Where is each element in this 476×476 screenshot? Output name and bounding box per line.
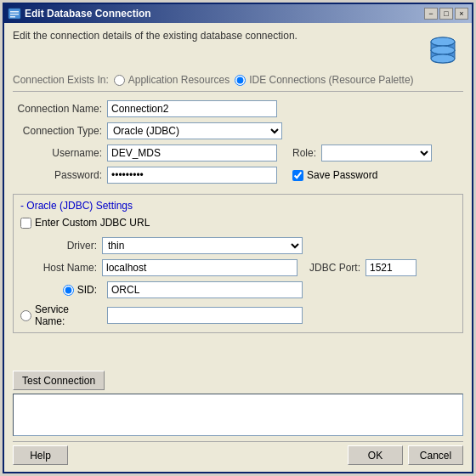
connection-name-row: Connection Name:: [13, 100, 463, 117]
maximize-button[interactable]: □: [439, 8, 453, 20]
host-row: Host Name: JDBC Port:: [20, 259, 456, 276]
connection-type-row: Connection Type: Oracle (JDBC): [13, 122, 463, 139]
window-body: Edit the connection details of the exist…: [4, 23, 472, 472]
username-row: Username: Role:: [13, 144, 463, 162]
oracle-jdbc-settings: - Oracle (JDBC) Settings Enter Custom JD…: [13, 194, 463, 333]
header-text: Edit the connection details of the exist…: [13, 30, 422, 48]
db-icon-container: [422, 30, 463, 71]
app-resources-radio[interactable]: [114, 75, 125, 86]
main-form: Connection Name: Connection Type: Oracle…: [13, 100, 463, 184]
edit-database-connection-dialog: Edit Database Connection − □ × Edit the …: [3, 3, 473, 473]
jdbc-port-group: JDBC Port:: [309, 259, 416, 276]
username-label: Username:: [13, 147, 102, 159]
custom-jdbc-row: Enter Custom JDBC URL: [20, 217, 456, 229]
dialog-title: Edit Database Connection: [25, 8, 151, 20]
title-bar-buttons: − □ ×: [424, 8, 468, 20]
database-icon: [426, 33, 460, 67]
custom-jdbc-label: Enter Custom JDBC URL: [35, 217, 150, 229]
password-row: Password: Save Password: [13, 167, 463, 184]
app-resources-label: Application Resources: [128, 74, 230, 86]
description-text: Edit the connection details of the exist…: [13, 30, 422, 42]
ok-button[interactable]: OK: [348, 445, 403, 465]
ide-connections-radio[interactable]: [235, 75, 246, 86]
service-name-radio[interactable]: [20, 310, 31, 321]
minimize-button[interactable]: −: [424, 8, 438, 20]
ok-cancel-group: OK Cancel: [348, 445, 463, 465]
cancel-button[interactable]: Cancel: [408, 445, 463, 465]
test-connection-area: Test Connection: [13, 371, 463, 390]
svg-point-7: [431, 54, 455, 63]
service-name-label: Service Name:: [35, 303, 97, 327]
role-label: Role:: [292, 147, 316, 159]
save-password-checkbox[interactable]: [292, 170, 303, 181]
svg-point-6: [431, 46, 455, 54]
connection-exists-label: Connection Exists In:: [13, 74, 109, 86]
svg-rect-1: [10, 11, 19, 13]
sid-radio[interactable]: [63, 285, 74, 296]
service-name-input[interactable]: [107, 307, 303, 324]
sid-input[interactable]: [107, 281, 303, 298]
close-button[interactable]: ×: [455, 8, 468, 20]
header-area: Edit the connection details of the exist…: [13, 30, 463, 71]
connection-type-select[interactable]: Oracle (JDBC): [107, 122, 282, 139]
svg-rect-3: [10, 16, 15, 18]
custom-jdbc-checkbox[interactable]: [20, 218, 31, 229]
app-resources-radio-group: Application Resources: [114, 74, 230, 86]
driver-row: Driver: thin: [20, 237, 456, 254]
jdbc-port-input[interactable]: [366, 259, 416, 276]
output-area: [13, 394, 463, 436]
sid-row: SID:: [20, 281, 456, 298]
role-select[interactable]: [321, 144, 432, 162]
service-name-row: Service Name:: [20, 303, 456, 327]
title-bar: Edit Database Connection − □ ×: [4, 4, 472, 23]
bottom-buttons: Help OK Cancel: [13, 441, 463, 465]
driver-select[interactable]: thin: [102, 237, 303, 254]
title-bar-left: Edit Database Connection: [8, 7, 151, 20]
ide-connections-label: IDE Connections (Resource Palette): [249, 74, 413, 86]
oracle-section-title: - Oracle (JDBC) Settings: [20, 200, 456, 212]
save-password-label: Save Password: [307, 169, 377, 181]
dialog-icon: [8, 7, 21, 20]
connection-name-label: Connection Name:: [13, 103, 102, 115]
connection-exists-row: Connection Exists In: Application Resour…: [13, 74, 463, 92]
test-connection-button[interactable]: Test Connection: [13, 371, 105, 390]
driver-label: Driver:: [20, 240, 97, 252]
help-button[interactable]: Help: [13, 445, 68, 465]
sid-label: SID:: [77, 284, 97, 296]
oracle-form: Enter Custom JDBC URL Driver: thin Host …: [20, 217, 456, 327]
password-label: Password:: [13, 169, 102, 181]
password-input[interactable]: [107, 167, 277, 184]
svg-rect-2: [10, 14, 19, 15]
connection-type-label: Connection Type:: [13, 125, 102, 137]
connection-name-input[interactable]: [107, 100, 277, 117]
ide-connections-radio-group: IDE Connections (Resource Palette): [235, 74, 413, 86]
host-label: Host Name:: [20, 262, 97, 274]
jdbc-port-label: JDBC Port:: [309, 262, 360, 274]
username-input[interactable]: [107, 144, 277, 162]
svg-point-5: [431, 37, 455, 46]
host-input[interactable]: [102, 259, 298, 276]
